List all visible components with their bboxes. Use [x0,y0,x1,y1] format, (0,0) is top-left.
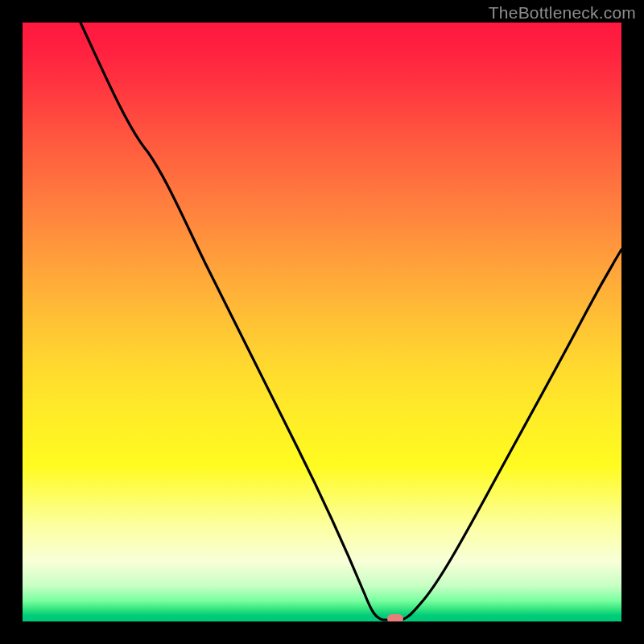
optimum-marker [387,614,403,621]
watermark-text: TheBottleneck.com [489,3,636,23]
bottleneck-curve [23,23,621,621]
plot-area [23,23,621,621]
chart-frame: TheBottleneck.com [0,0,644,644]
